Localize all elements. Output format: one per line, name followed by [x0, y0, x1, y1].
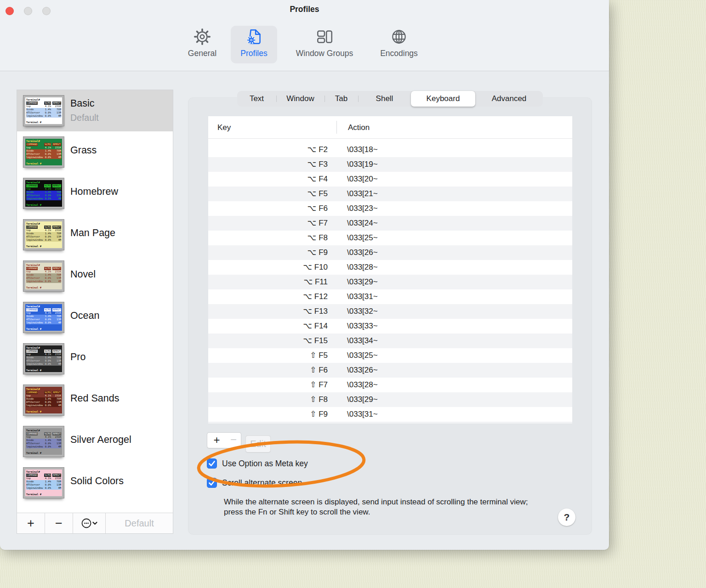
key-cell: ⌥ F11 — [208, 275, 328, 289]
action-cell: \033[21~ — [347, 187, 378, 201]
key-mapping-row[interactable]: ⇧ F9 \033[31~ — [208, 407, 572, 422]
key-mapping-row[interactable]: ⌥ F5 \033[21~ — [208, 187, 572, 201]
toolbar-label-general: General — [182, 49, 222, 58]
remove-key-mapping-button[interactable]: − — [226, 432, 241, 448]
profile-list-item[interactable]: Terminal# COMMAND %CPU RPRVT top4.1%231K… — [17, 297, 173, 338]
key-mapping-row[interactable]: ⌥ F10 \033[28~ — [208, 260, 572, 275]
profile-name: Pro — [70, 351, 85, 363]
key-mapping-row[interactable]: ⇧ F7 \033[28~ — [208, 378, 572, 392]
key-mapping-row[interactable]: ⌥ F13 \033[32~ — [208, 304, 572, 319]
key-mapping-row[interactable]: ⌥ F12 \033[31~ — [208, 289, 572, 304]
remove-profile-button[interactable]: − — [45, 513, 73, 533]
add-key-mapping-button[interactable]: + — [207, 432, 227, 448]
alternate-screen-help-text: While the alternate screen is displayed,… — [224, 497, 531, 517]
tab[interactable]: Window — [276, 91, 325, 107]
key-mapping-row[interactable]: ⌥ F14 \033[33~ — [208, 319, 572, 334]
profile-list-item[interactable]: Terminal# COMMAND %CPU RPRVT top4.1%231K… — [17, 131, 173, 173]
thumbnail-terminal-preview: Terminal# COMMAND %CPU RPRVT top4.1%231K… — [25, 387, 62, 413]
column-header-key[interactable]: Key — [217, 116, 231, 139]
chevron-down-icon — [93, 522, 97, 524]
profile-thumbnail: Terminal# COMMAND %CPU RPRVT top4.1%231K… — [23, 468, 64, 498]
thumbnail-terminal-preview: Terminal# COMMAND %CPU RPRVT top4.1%231K… — [25, 428, 62, 455]
profile-name: Novel — [70, 269, 96, 280]
circle-ellipsis-icon — [81, 518, 98, 529]
profile-actions-menu-button[interactable] — [73, 513, 106, 533]
key-mapping-row[interactable]: ⌥ F11 \033[29~ — [208, 275, 572, 289]
column-divider[interactable] — [336, 121, 337, 134]
profile-thumbnail: Terminal# COMMAND %CPU RPRVT top4.1%231K… — [23, 344, 64, 374]
profile-list-item[interactable]: Terminal# COMMAND %CPU RPRVT top4.1%231K… — [17, 90, 173, 131]
profile-list-item[interactable]: Terminal# COMMAND %CPU RPRVT top4.1%231K… — [17, 255, 173, 297]
use-option-as-meta-checkbox[interactable] — [207, 458, 217, 469]
profile-list-item[interactable]: Terminal# COMMAND %CPU RPRVT top4.1%231K… — [17, 379, 173, 421]
profile-thumbnail: Terminal# COMMAND %CPU RPRVT top4.1%231K… — [23, 302, 64, 333]
key-mapping-row[interactable]: ⌥ F7 \033[24~ — [208, 216, 572, 231]
key-cell: ⌥ F14 — [208, 319, 328, 334]
toolbar-button-window-groups[interactable]: Window Groups — [285, 26, 364, 63]
column-header-action[interactable]: Action — [348, 116, 370, 139]
key-cell: ⌥ F13 — [208, 304, 328, 319]
profile-list-item[interactable]: Terminal# COMMAND %CPU RPRVT top4.1%231K… — [17, 173, 173, 214]
help-button[interactable]: ? — [558, 509, 575, 526]
action-cell: \033[24~ — [347, 216, 378, 231]
tab[interactable]: Advanced — [475, 91, 543, 107]
key-cell: ⌥ F12 — [208, 289, 328, 304]
key-cell: ⇧ F8 — [208, 392, 328, 407]
terminal-preferences-window: Profiles General — [0, 0, 609, 550]
key-cell: ⇧ F7 — [208, 378, 328, 392]
globe-icon — [370, 26, 428, 48]
profile-list: Terminal# COMMAND %CPU RPRVT top4.1%231K… — [17, 90, 173, 513]
checkmark-icon — [207, 478, 217, 488]
key-mapping-row[interactable]: ⇧ F5 \033[25~ — [208, 348, 572, 363]
set-default-button[interactable]: Default — [106, 513, 173, 533]
action-cell: \033[32~ — [347, 304, 378, 319]
toolbar-button-encodings[interactable]: Encodings — [370, 26, 428, 63]
use-option-as-meta-label: Use Option as Meta key — [222, 459, 308, 469]
table-header: Key Action — [208, 116, 572, 139]
partial-row — [208, 422, 572, 424]
key-mapping-row[interactable]: ⇧ F6 \033[26~ — [208, 363, 572, 378]
key-mapping-row[interactable]: ⌥ F8 \033[25~ — [208, 231, 572, 245]
profile-thumbnail: Terminal# COMMAND %CPU RPRVT top4.1%231K… — [23, 220, 64, 250]
key-mappings-table: Key Action ⌥ F2 \033[18~ ⌥ F3 \033[19~ — [208, 116, 572, 424]
key-cell: ⌥ F5 — [208, 187, 328, 201]
thumbnail-terminal-preview: Terminal# COMMAND %CPU RPRVT top4.1%231K… — [25, 469, 62, 496]
profile-list-panel: Terminal# COMMAND %CPU RPRVT top4.1%231K… — [17, 90, 173, 534]
profile-list-item[interactable]: Terminal# COMMAND %CPU RPRVT top4.1%231K… — [17, 338, 173, 379]
toolbar-label-encodings: Encodings — [370, 49, 428, 58]
profile-list-item[interactable]: Terminal# COMMAND %CPU RPRVT top4.1%231K… — [17, 421, 173, 462]
toolbar-button-general[interactable]: General — [182, 26, 222, 63]
key-cell: ⌥ F9 — [208, 245, 328, 260]
key-mapping-row[interactable]: ⌥ F3 \033[19~ — [208, 157, 572, 172]
tab[interactable]: Keyboard — [411, 91, 475, 107]
tab[interactable]: Text — [237, 91, 276, 107]
key-cell: ⇧ F9 — [208, 407, 328, 422]
key-mapping-row[interactable]: ⌥ F4 \033[20~ — [208, 172, 572, 187]
profile-document-icon — [231, 26, 277, 48]
profile-list-item[interactable]: Terminal# COMMAND %CPU RPRVT top4.1%231K… — [17, 214, 173, 255]
profile-list-item[interactable]: Terminal# COMMAND %CPU RPRVT top4.1%231K… — [17, 462, 173, 503]
profile-name: Basic — [70, 98, 95, 109]
key-mapping-row[interactable]: ⌥ F15 \033[34~ — [208, 334, 572, 348]
profile-thumbnail: Terminal# COMMAND %CPU RPRVT top4.1%231K… — [23, 178, 64, 209]
key-cell: ⌥ F4 — [208, 172, 328, 187]
key-mapping-row[interactable]: ⌥ F9 \033[26~ — [208, 245, 572, 260]
thumbnail-terminal-preview: Terminal# COMMAND %CPU RPRVT top4.1%231K… — [25, 221, 62, 248]
titlebar: Profiles General — [0, 0, 609, 71]
add-profile-button[interactable]: + — [17, 513, 45, 533]
key-cell: ⌥ F8 — [208, 231, 328, 245]
scroll-alternate-screen-label: Scroll alternate screen — [222, 478, 302, 488]
edit-key-mapping-button[interactable]: Edit — [245, 435, 271, 452]
profile-thumbnail: Terminal# COMMAND %CPU RPRVT top4.1%231K… — [23, 96, 64, 126]
tab[interactable]: Shell — [358, 91, 411, 107]
key-mapping-row[interactable]: ⇧ F8 \033[29~ — [208, 392, 572, 407]
profile-thumbnail: Terminal# COMMAND %CPU RPRVT top4.1%231K… — [23, 137, 64, 167]
key-mapping-row[interactable]: ⌥ F6 \033[23~ — [208, 201, 572, 216]
toolbar-button-profiles[interactable]: Profiles — [231, 26, 277, 63]
action-cell: \033[18~ — [347, 142, 378, 157]
tab[interactable]: Tab — [325, 91, 358, 107]
scroll-alternate-screen-checkbox[interactable] — [207, 478, 217, 488]
action-cell: \033[25~ — [347, 348, 378, 363]
key-mapping-row[interactable]: ⌥ F2 \033[18~ — [208, 142, 572, 157]
toolbar-label-profiles: Profiles — [231, 49, 277, 58]
